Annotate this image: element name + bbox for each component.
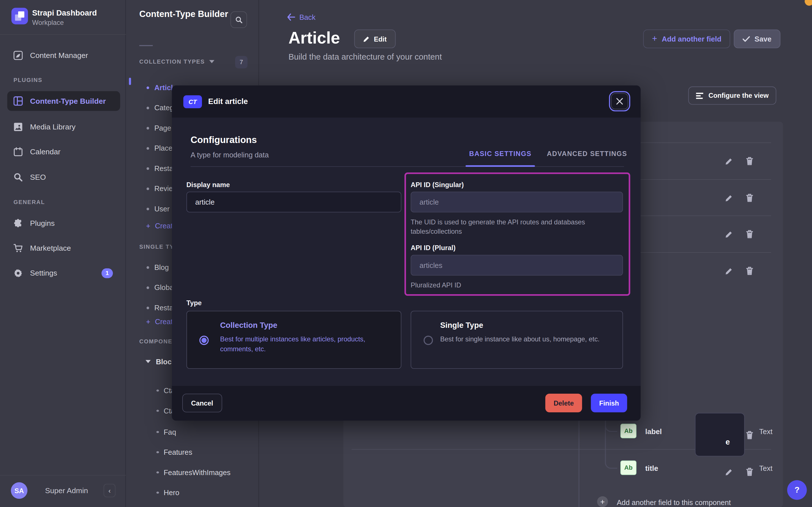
edit-button[interactable]: Edit [354,30,395,48]
sidebar-item-content-type-builder[interactable]: Content-Type Builder [7,91,120,111]
tab-basic-settings[interactable]: BASIC SETTINGS [466,149,535,158]
delete-field-button[interactable] [745,267,753,275]
puzzle-icon [13,218,23,228]
chevron-down-icon [209,60,214,63]
avatar-initials: SA [14,487,24,494]
edit-field-button[interactable] [725,468,733,476]
trash-icon [745,157,753,165]
component-item-faq[interactable]: Faq [126,424,259,440]
tree-branch [605,420,617,468]
bullet-icon [157,389,159,391]
search-icon [235,16,242,23]
nav-item-label: User [154,205,170,213]
modal-header: CT Edit article [172,86,641,118]
back-link[interactable]: Back [287,13,315,21]
save-button[interactable]: Save [734,30,780,48]
delete-field-button[interactable] [745,194,753,202]
avatar[interactable]: SA [11,482,27,499]
delete-field-button[interactable] [745,431,753,439]
sidebar-item-marketplace[interactable]: Marketplace [7,238,120,258]
subnav-title: Content-Type Builder [139,9,230,19]
modal-footer: Cancel Delete Finish [172,386,641,421]
bullet-icon [147,187,149,190]
pencil-icon [725,468,732,475]
component-item-features[interactable]: Features [126,445,259,460]
sidebar-section-plugins: PLUGINS [13,76,42,83]
edit-field-button[interactable] [725,157,733,165]
api-id-singular-hint: The UID is used to generate the API rout… [411,218,608,236]
pencil-icon [725,230,732,238]
workspace-title: Strapi Dashboard [32,8,97,17]
delete-field-button[interactable] [745,157,753,165]
configure-view-button[interactable]: Configure the view [688,87,776,105]
scrollbar-thumb[interactable] [129,78,131,85]
delete-field-button[interactable] [745,230,753,238]
radio-selected-icon[interactable] [199,336,209,345]
add-another-field-button[interactable]: + Add another field [643,30,730,48]
bullet-icon [147,107,149,109]
sidebar-item-plugins[interactable]: Plugins [7,213,120,233]
trash-icon [745,468,753,476]
bullet-icon [157,451,159,453]
sidebar-item-media-library[interactable]: Media Library [7,117,120,137]
edit-field-button[interactable] [725,230,733,238]
bullet-icon [147,127,149,129]
calendar-icon [13,147,23,157]
type-option-single[interactable]: Single Type Best for single instance lik… [411,311,623,369]
api-id-plural-input[interactable]: articles [411,255,623,276]
bullet-icon [157,410,159,412]
bullet-icon [157,471,159,473]
radio-unselected-icon[interactable] [424,336,433,345]
row-actions [725,194,755,202]
search-button[interactable] [231,11,247,28]
edit-label: Edit [374,35,386,43]
cancel-button[interactable]: Cancel [182,394,222,412]
api-id-plural-value: articles [420,261,442,269]
finish-button[interactable]: Finish [591,394,627,412]
add-field-label: Add another field [662,35,721,43]
image-icon [13,122,23,132]
help-label: ? [795,485,800,495]
component-item-features-with-images[interactable]: FeaturesWithImages [126,465,259,480]
settings-notification-badge: 1 [102,268,113,278]
pencil-icon [725,194,732,202]
edit-field-button[interactable] [725,267,733,275]
sidebar-item-content-manager[interactable]: Content Manager [7,46,120,65]
component-item-label: Hero [164,488,179,497]
type-option-description: Best for multiple instances like article… [220,334,386,354]
edit-field-button[interactable] [725,194,733,202]
help-button[interactable]: ? [787,480,807,500]
display-name-input[interactable]: article [186,191,401,212]
bullet-icon [157,431,159,433]
workspace-header[interactable]: Strapi Dashboard Workplace [0,0,126,35]
collection-types-header[interactable]: COLLECTION TYPES [139,58,214,65]
sidebar-item-calendar[interactable]: Calendar [7,142,120,162]
bullet-icon [147,266,149,269]
api-id-singular-input[interactable]: article [411,191,623,212]
delete-field-button[interactable] [745,468,753,476]
tab-advanced-settings[interactable]: ADVANCED SETTINGS [544,149,630,158]
sidebar-item-label: SEO [30,173,46,181]
pencil-icon [725,157,732,165]
sidebar-collapse-button[interactable]: ‹ [104,484,116,497]
component-item-label: FeaturesWithImages [164,468,231,476]
strapi-logo [11,8,28,24]
modal-title: Edit article [208,97,248,106]
bullet-icon [147,86,149,89]
api-id-plural-label: API ID (Plural) [411,244,455,251]
plus-icon: + [652,34,657,44]
page-subtitle: Build the data architecture of your cont… [289,52,442,62]
delete-button[interactable]: Delete [545,394,582,412]
divider [0,475,126,475]
filter-lines-icon [696,93,703,99]
row-actions [725,468,755,476]
active-tab-underline [465,165,535,167]
type-option-collection[interactable]: Collection Type Best for multiple instan… [186,311,401,369]
main-sidebar: Strapi Dashboard Workplace Content Manag… [0,0,126,507]
content-type-badge: CT [183,95,202,108]
component-item-hero[interactable]: Hero [126,485,259,501]
collection-count-badge: 7 [235,56,248,68]
sidebar-item-seo[interactable]: SEO [7,167,120,187]
close-button[interactable] [611,93,628,109]
sidebar-item-settings[interactable]: Settings 1 [7,263,120,283]
